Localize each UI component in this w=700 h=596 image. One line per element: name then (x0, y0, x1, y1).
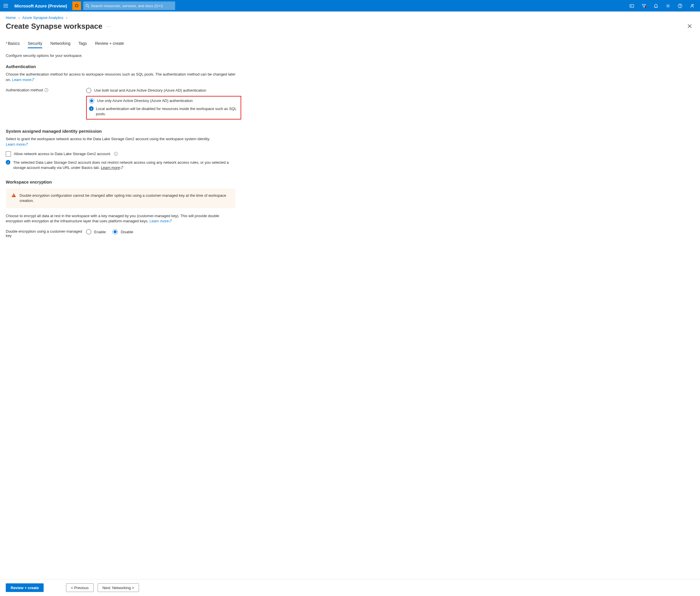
chevron-right-icon: › (18, 16, 20, 20)
tab-networking[interactable]: Networking (50, 39, 70, 48)
settings-gear-icon[interactable] (662, 0, 674, 11)
smi-info-block: i The selected Data Lake Storage Gen2 ac… (6, 160, 235, 170)
preview-bug-button[interactable] (72, 1, 81, 10)
directory-filter-icon[interactable] (638, 0, 649, 11)
help-icon[interactable] (674, 0, 685, 11)
next-button[interactable]: Next: Networking > (98, 583, 139, 592)
warning-icon (11, 193, 16, 198)
brand-label[interactable]: Microsoft Azure (Preview) (11, 3, 70, 8)
chevron-right-icon: › (66, 16, 67, 20)
svg-point-20 (680, 7, 680, 7)
info-tooltip-icon[interactable]: i (114, 152, 118, 156)
radio-icon (86, 88, 91, 93)
auth-info-message: i Local authentication will be disabled … (89, 106, 238, 117)
svg-point-11 (86, 4, 88, 7)
encryption-heading: Workspace encryption (6, 179, 694, 184)
auth-desc: Choose the authentication method for acc… (6, 72, 235, 83)
encryption-radio-disable[interactable]: Disable (112, 229, 133, 234)
smi-checkbox-row: Allow network access to Data Lake Storag… (6, 151, 694, 156)
double-encryption-label: Double encryption using a customer-manag… (6, 229, 86, 238)
radio-icon (112, 229, 118, 234)
top-bar: Microsoft Azure (Preview) (0, 0, 700, 11)
auth-info-text: Local authentication will be disabled fo… (96, 106, 238, 117)
encryption-desc: Choose to encrypt all data at rest in th… (6, 214, 235, 224)
info-icon: i (89, 106, 94, 111)
smi-checkbox-label: Allow network access to Data Lake Storag… (14, 152, 111, 156)
encryption-disable-label: Disable (121, 230, 133, 234)
wizard-tabs: Basics Security Networking Tags Review +… (6, 39, 694, 48)
smi-heading: System assigned managed identity permiss… (6, 129, 694, 133)
svg-point-16 (645, 6, 646, 8)
review-create-button[interactable]: Review + create (6, 583, 44, 592)
search-input[interactable] (91, 4, 173, 8)
auth-desc-text: Choose the authentication method for acc… (6, 72, 235, 82)
tab-intro-text: Configure security options for your work… (6, 53, 694, 58)
smi-info-learn-more-link[interactable]: Learn more (101, 166, 120, 170)
info-tooltip-icon[interactable]: i (45, 88, 48, 92)
cloud-shell-icon[interactable] (626, 0, 638, 11)
tab-basics[interactable]: Basics (6, 39, 20, 48)
auth-radio-aad-label: Use only Azure Active Directory (Azure A… (97, 99, 193, 103)
close-blade-button[interactable] (685, 22, 694, 31)
radio-icon (86, 229, 91, 234)
breadcrumb-synapse[interactable]: Azure Synapse Analytics (22, 16, 63, 20)
topbar-actions (626, 0, 698, 11)
info-icon: i (6, 160, 10, 165)
page-title: Create Synapse workspace (6, 22, 103, 31)
encryption-learn-more-link[interactable]: Learn more (150, 219, 172, 223)
highlighted-selection: Use only Azure Active Directory (Azure A… (86, 96, 241, 120)
svg-point-21 (691, 4, 693, 6)
form-scroll-area[interactable]: Basics Security Networking Tags Review +… (0, 33, 700, 579)
auth-radio-both[interactable]: Use both local and Azure Active Director… (86, 88, 241, 93)
svg-rect-0 (3, 4, 8, 5)
previous-button[interactable]: < Previous (66, 583, 94, 592)
auth-learn-more-link[interactable]: Learn more (12, 78, 34, 82)
auth-radio-aad-only[interactable]: Use only Azure Active Directory (Azure A… (89, 98, 238, 103)
smi-desc-text: Select to grant the workspace network ac… (6, 137, 210, 141)
svg-rect-2 (3, 7, 8, 7)
allow-network-access-checkbox[interactable] (6, 151, 11, 156)
svg-line-9 (75, 7, 76, 7)
tab-review-create[interactable]: Review + create (95, 39, 124, 48)
breadcrumb-home[interactable]: Home (6, 16, 16, 20)
notifications-icon[interactable] (650, 0, 662, 11)
svg-rect-13 (630, 4, 634, 7)
smi-info-text: The selected Data Lake Storage Gen2 acco… (13, 160, 235, 170)
encryption-warning-banner: Double encryption configuration cannot b… (6, 189, 235, 208)
svg-line-8 (78, 5, 78, 5)
encryption-enable-label: Enable (94, 230, 106, 234)
svg-point-18 (667, 5, 668, 6)
global-search[interactable] (83, 1, 175, 10)
encryption-desc-text: Choose to encrypt all data at rest in th… (6, 214, 219, 223)
encryption-radio-enable[interactable]: Enable (86, 229, 106, 234)
double-encryption-control: Enable Disable (86, 229, 241, 237)
wizard-footer: Review + create < Previous Next: Network… (0, 579, 700, 596)
smi-desc: Select to grant the workspace network ac… (6, 136, 235, 147)
feedback-icon[interactable] (686, 0, 698, 11)
svg-rect-1 (3, 5, 8, 6)
tab-tags[interactable]: Tags (78, 39, 87, 48)
encryption-warning-text: Double encryption configuration cannot b… (20, 193, 230, 203)
radio-icon (89, 98, 94, 103)
auth-method-label: Authentication method i (6, 88, 86, 92)
svg-line-12 (88, 6, 89, 7)
svg-line-7 (75, 5, 76, 5)
auth-method-control: Use both local and Azure Active Director… (86, 88, 241, 120)
search-icon (85, 4, 89, 8)
auth-heading: Authentication (6, 64, 694, 69)
breadcrumb: Home › Azure Synapse Analytics › (0, 11, 700, 20)
smi-learn-more-link[interactable]: Learn more (6, 142, 28, 147)
svg-rect-25 (14, 195, 14, 196)
svg-line-10 (78, 7, 78, 7)
auth-radio-both-label: Use both local and Azure Active Director… (94, 88, 206, 93)
tab-security[interactable]: Security (28, 39, 43, 48)
hamburger-menu-icon[interactable] (2, 2, 9, 9)
more-actions-button[interactable]: ··· (106, 24, 111, 28)
